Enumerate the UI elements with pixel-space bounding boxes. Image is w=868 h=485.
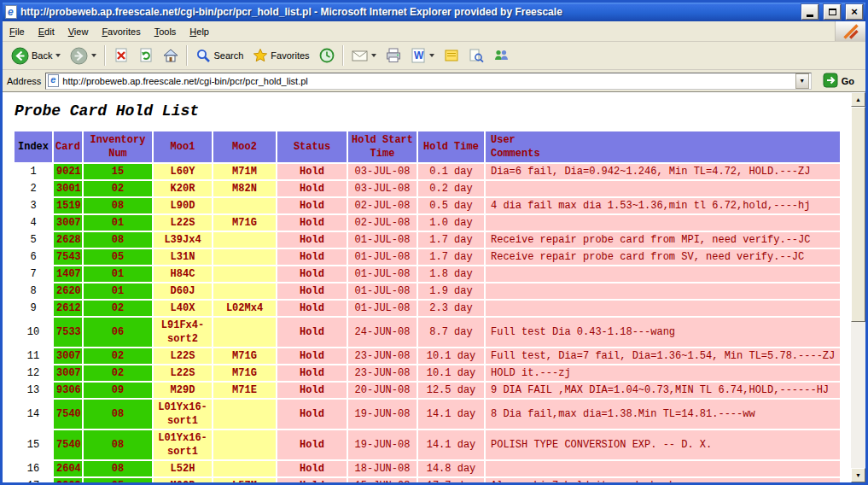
table-cell: M82N (213, 181, 276, 196)
table-cell: 01-JUL-08 (348, 301, 417, 316)
home-button[interactable] (159, 44, 183, 67)
print-button[interactable] (382, 44, 405, 67)
title-bar[interactable]: e http://probeweb.ap.freescale.net/cgi-b… (3, 3, 865, 21)
messenger-button[interactable] (489, 44, 513, 67)
table-cell: 05 (84, 249, 152, 265)
table-cell: Hold (277, 365, 347, 381)
menu-view[interactable]: View (61, 24, 96, 39)
table-cell: 01 (84, 266, 152, 282)
table-cell: 08 (84, 400, 152, 429)
table-cell: 23-JUN-08 (348, 348, 417, 364)
table-cell: 17.7 day (418, 478, 484, 482)
table-cell: 7543 (54, 249, 82, 265)
favorites-button[interactable]: Favorites (248, 44, 313, 67)
table-cell: 2620 (54, 283, 82, 299)
table-cell: Dia=6 fail, Dia=0.942~1.246, Min TL=4.72… (486, 164, 840, 179)
table-cell: M29D (154, 383, 212, 398)
go-label: Go (842, 76, 854, 86)
table-cell: 1519 (54, 198, 82, 213)
table-cell: Hold (277, 430, 347, 459)
address-input[interactable]: e http://probeweb.ap.freescale.net/cgi-b… (45, 73, 811, 90)
header-moo1: Moo1 (154, 131, 212, 162)
favorites-icon (253, 48, 268, 63)
table-cell: 08 (84, 198, 152, 213)
ie-page-icon: e (48, 74, 59, 87)
page-viewport: Probe Card Hold List Index Card Inventor… (3, 92, 851, 482)
table-row: 16260408L52HHold18-JUN-0814.8 day (15, 461, 840, 476)
table-cell: 08 (84, 461, 152, 476)
close-icon: × (851, 8, 858, 16)
edit-button[interactable]: W (406, 44, 439, 67)
table-cell: POLISH TYPE CONVERSION EXP. -- D. X. (486, 430, 840, 459)
table-cell: 1 (15, 164, 52, 179)
content-area: Probe Card Hold List Index Card Inventor… (3, 92, 865, 482)
table-cell: M71E (213, 383, 276, 398)
browser-window: e http://probeweb.ap.freescale.net/cgi-b… (0, 0, 868, 485)
back-icon (11, 47, 29, 65)
history-button[interactable] (315, 44, 339, 67)
table-cell: 13 (15, 383, 52, 398)
vertical-scrollbar[interactable]: ▲ ▼ (851, 92, 865, 482)
table-cell: 14.1 day (418, 400, 484, 429)
toolbar-separator (104, 45, 106, 66)
table-cell: 15 (84, 164, 152, 179)
stop-button[interactable] (109, 44, 133, 67)
discuss-button[interactable] (440, 44, 463, 67)
table-cell: HOLD it.---zj (486, 365, 840, 381)
table-cell (486, 266, 840, 282)
minimize-button[interactable] (801, 4, 818, 20)
close-button[interactable]: × (846, 4, 863, 20)
menu-tools[interactable]: Tools (148, 24, 184, 39)
table-cell: 19-JUN-08 (348, 400, 417, 429)
menu-help[interactable]: Help (183, 24, 216, 39)
table-cell (213, 232, 276, 248)
table-cell: 8 Dia fail,max dia=1.38.Min TL=14.81.---… (486, 400, 840, 429)
table-cell (486, 461, 840, 476)
menu-file[interactable]: File (3, 24, 32, 39)
table-cell: 14.8 day (418, 461, 484, 476)
table-cell (213, 430, 276, 459)
table-cell (213, 266, 276, 282)
go-button[interactable]: Go (816, 72, 861, 91)
table-cell (213, 400, 276, 429)
search-label: Search (213, 50, 243, 61)
forward-button[interactable] (66, 44, 101, 67)
table-cell: 8.7 day (418, 318, 484, 347)
mail-button[interactable] (347, 44, 381, 67)
table-row: 4300701L22SM71GHold02-JUL-081.0 day (15, 215, 840, 231)
scroll-thumb[interactable] (851, 107, 865, 322)
table-cell: L57M (213, 478, 276, 482)
address-dropdown-button[interactable]: ▼ (795, 73, 809, 89)
table-cell (213, 283, 276, 299)
header-index: Index (15, 131, 52, 162)
back-button[interactable]: Back (7, 44, 65, 67)
table-cell (486, 283, 840, 299)
table-cell: L52H (154, 461, 212, 476)
mail-icon (352, 49, 368, 62)
table-cell: Hold (277, 215, 347, 231)
menu-favorites[interactable]: Favorites (95, 24, 147, 39)
maximize-button[interactable] (824, 4, 841, 20)
table-cell: L02Mx4 (213, 301, 276, 316)
menu-edit[interactable]: Edit (32, 24, 61, 39)
table-row: 11300702L22SM71GHold23-JUN-0810.1 dayFul… (15, 348, 840, 364)
table-row: 17900905M02BL57MHold15-JUN-0817.7 dayAlw… (15, 478, 840, 482)
table-cell: L01Yx16-sort1 (154, 400, 212, 429)
table-cell: 2628 (54, 232, 82, 248)
table-cell: 02-JUL-08 (348, 198, 417, 213)
hold-table: Index Card Inventory Num Moo1 Moo2 Statu… (13, 130, 842, 482)
table-cell: 02 (84, 301, 152, 316)
scroll-up-icon: ▲ (855, 96, 861, 102)
table-cell: H84C (154, 266, 212, 282)
table-cell: 9009 (54, 478, 82, 482)
search-button[interactable]: Search (191, 44, 248, 67)
table-row: 2300102K20RM82NHold03-JUL-080.2 day (15, 181, 840, 196)
refresh-button[interactable] (134, 44, 158, 67)
table-cell: 03-JUL-08 (348, 164, 417, 179)
scroll-down-button[interactable]: ▼ (851, 468, 865, 482)
table-cell: 9 DIA FAIL ,MAX DIA=1.04~0.73,MIN TL 6.7… (486, 383, 840, 398)
table-cell: 1.7 day (418, 232, 484, 248)
scroll-up-button[interactable]: ▲ (851, 92, 865, 107)
research-button[interactable] (464, 44, 488, 67)
table-cell: M02B (154, 478, 212, 482)
